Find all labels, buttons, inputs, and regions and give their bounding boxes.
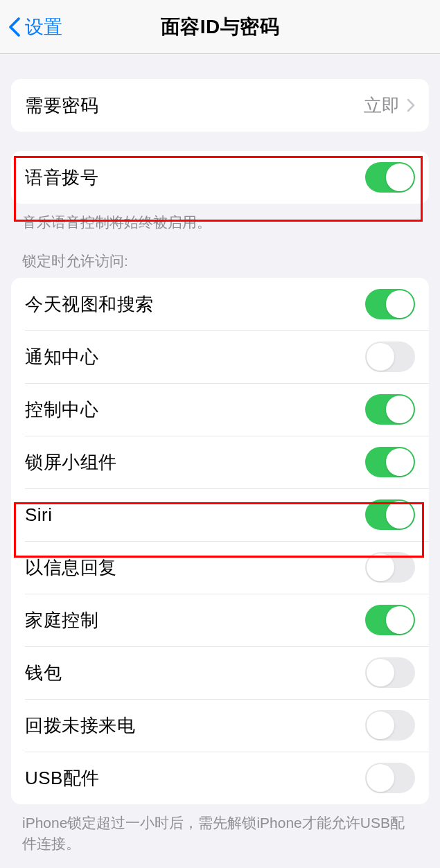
lock-access-label: 今天视图和搜索	[25, 292, 154, 317]
lock-access-toggle[interactable]	[365, 552, 415, 583]
lock-access-row: 通知中心	[11, 330, 429, 383]
voice-dial-footer: 音乐语音控制将始终被启用。	[0, 204, 440, 232]
toggle-knob	[386, 163, 414, 191]
lock-access-label: 家庭控制	[25, 608, 98, 632]
lock-access-toggle[interactable]	[365, 499, 415, 530]
lock-access-row: 家庭控制	[11, 594, 429, 646]
lock-access-toggle[interactable]	[365, 447, 415, 477]
lock-access-label: 控制中心	[25, 398, 98, 422]
lock-access-row: 钱包	[11, 646, 429, 699]
voice-dial-row: 语音拨号	[11, 151, 429, 204]
require-passcode-value: 立即	[364, 94, 400, 118]
lock-access-label: Siri	[25, 504, 53, 526]
voice-dial-group: 语音拨号	[11, 151, 429, 204]
toggle-knob	[386, 290, 414, 318]
row-right: 立即	[364, 94, 415, 118]
toggle-knob	[367, 553, 394, 581]
lock-access-footer: iPhone锁定超过一小时后，需先解锁iPhone才能允许USB配件连接。	[0, 804, 440, 853]
lock-access-row: 控制中心	[11, 383, 429, 436]
voice-dial-toggle[interactable]	[365, 162, 415, 193]
lock-access-toggle[interactable]	[365, 289, 415, 319]
chevron-right-icon	[407, 98, 415, 112]
lock-access-row: 以信息回复	[11, 541, 429, 594]
lock-access-header: 锁定时允许访问:	[0, 232, 440, 278]
lock-access-toggle[interactable]	[365, 710, 415, 741]
lock-access-group: 今天视图和搜索通知中心控制中心锁屏小组件Siri以信息回复家庭控制钱包回拨未接来…	[11, 278, 429, 804]
navigation-header: 设置 面容ID与密码	[0, 0, 440, 54]
toggle-knob	[367, 659, 394, 687]
lock-access-toggle[interactable]	[365, 657, 415, 688]
lock-access-toggle[interactable]	[365, 394, 415, 425]
lock-access-row: 回拨未接来电	[11, 699, 429, 752]
toggle-knob	[367, 764, 394, 792]
toggle-knob	[386, 606, 414, 634]
lock-access-toggle[interactable]	[365, 342, 415, 372]
lock-access-label: 通知中心	[25, 345, 98, 369]
lock-access-toggle[interactable]	[365, 605, 415, 635]
lock-access-row: 锁屏小组件	[11, 436, 429, 488]
lock-access-label: 以信息回复	[25, 556, 117, 580]
require-passcode-row[interactable]: 需要密码 立即	[11, 79, 429, 132]
voice-dial-label: 语音拨号	[25, 166, 98, 190]
toggle-knob	[367, 711, 394, 739]
lock-access-row: 今天视图和搜索	[11, 278, 429, 330]
lock-access-label: USB配件	[25, 766, 100, 790]
back-label: 设置	[25, 15, 62, 39]
toggle-knob	[367, 343, 394, 371]
toggle-knob	[386, 501, 414, 529]
lock-access-row: Siri	[11, 488, 429, 541]
chevron-left-icon	[8, 17, 21, 37]
lock-access-label: 锁屏小组件	[25, 450, 117, 475]
back-button[interactable]: 设置	[0, 15, 62, 39]
lock-access-toggle[interactable]	[365, 763, 415, 793]
lock-access-label: 回拨未接来电	[25, 714, 135, 738]
page-title: 面容ID与密码	[161, 14, 280, 40]
toggle-knob	[386, 448, 414, 476]
lock-access-label: 钱包	[25, 661, 62, 685]
lock-access-row: USB配件	[11, 752, 429, 804]
toggle-knob	[386, 396, 414, 423]
require-passcode-label: 需要密码	[25, 94, 98, 118]
require-passcode-group: 需要密码 立即	[11, 79, 429, 132]
